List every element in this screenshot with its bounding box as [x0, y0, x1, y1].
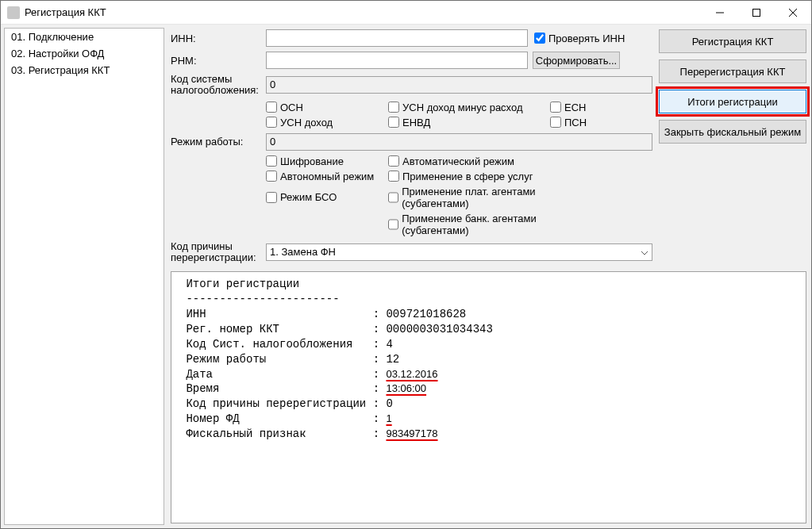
sidebar-item-connection[interactable]: 01. Подключение — [5, 29, 164, 45]
chk-pay-agents[interactable]: Применение плат. агентами (субагентами) — [388, 186, 595, 209]
chk-usn-d[interactable]: УСН доход — [266, 117, 385, 128]
svg-rect-1 — [753, 9, 760, 16]
mode-value: 0 — [266, 133, 652, 151]
sidebar-item-ofd-settings[interactable]: 02. Настройки ОФД — [5, 45, 164, 62]
tax-options: ОСН УСН доход минус расход ЕСН УСН доход… — [266, 102, 652, 128]
rereg-reason-value: 1. Замена ФН — [270, 246, 336, 258]
chevron-down-icon — [641, 247, 648, 259]
title-bar: Регистрация ККТ — [1, 1, 811, 25]
inn-input[interactable] — [266, 29, 528, 47]
chk-envd[interactable]: ЕНВД — [388, 117, 547, 128]
chk-osn[interactable]: ОСН — [266, 102, 385, 113]
chk-usn-dmr[interactable]: УСН доход минус расход — [388, 102, 547, 113]
tax-code-label: Код системы налогообложения: — [171, 74, 266, 97]
window-controls — [702, 1, 811, 25]
generate-button[interactable]: Сформировать... — [533, 52, 620, 69]
totals-button[interactable]: Итоги регистрации — [659, 90, 806, 113]
app-window: Регистрация ККТ 01. Подключение 02. Наст… — [0, 0, 812, 529]
step-sidebar: 01. Подключение 02. Настройки ОФД 03. Ре… — [4, 28, 164, 525]
window-title: Регистрация ККТ — [25, 6, 702, 18]
check-inn-box[interactable] — [534, 33, 545, 44]
maximize-button[interactable] — [738, 1, 775, 25]
check-inn-label: Проверять ИНН — [548, 33, 625, 44]
rnm-label: РНМ: — [171, 55, 266, 67]
register-button[interactable]: Регистрация ККТ — [659, 29, 806, 53]
rereg-reason-label: Код причины перерегистрации: — [171, 241, 266, 264]
registration-log[interactable]: Итоги регистрации ----------------------… — [171, 271, 806, 523]
check-inn-checkbox[interactable]: Проверять ИНН — [534, 33, 625, 44]
chk-services[interactable]: Применение в сфере услуг — [388, 171, 595, 182]
chk-autonomous[interactable]: Автономный режим — [266, 171, 385, 182]
mode-label: Режим работы: — [171, 136, 266, 148]
main-panel: ИНН: Проверять ИНН РНМ: Сформировать... — [164, 25, 811, 528]
chk-esn[interactable]: ЕСН — [550, 102, 645, 113]
rereg-reason-combo[interactable]: 1. Замена ФН — [266, 243, 652, 261]
rnm-input[interactable] — [266, 52, 528, 69]
chk-bso[interactable]: Режим БСО — [266, 186, 385, 209]
close-fiscal-button[interactable]: Закрыть фискальный режим — [659, 120, 806, 144]
chk-bank-agents[interactable]: Применение банк. агентами (субагентами) — [388, 213, 595, 236]
app-icon — [7, 6, 20, 19]
mode-options: Шифрование Автоматический режим Автономн… — [266, 155, 652, 236]
chk-auto[interactable]: Автоматический режим — [388, 155, 595, 167]
sidebar-item-registration[interactable]: 03. Регистрация ККТ — [5, 62, 164, 79]
chk-encrypt[interactable]: Шифрование — [266, 155, 385, 167]
minimize-button[interactable] — [702, 1, 738, 25]
tax-code-value: 0 — [266, 76, 652, 94]
reregister-button[interactable]: Перерегистрация ККТ — [659, 59, 806, 83]
content-area: 01. Подключение 02. Настройки ОФД 03. Ре… — [1, 25, 811, 528]
inn-label: ИНН: — [171, 33, 266, 44]
close-button[interactable] — [775, 1, 811, 25]
chk-psn[interactable]: ПСН — [550, 117, 645, 128]
action-buttons: Регистрация ККТ Перерегистрация ККТ Итог… — [659, 29, 806, 268]
